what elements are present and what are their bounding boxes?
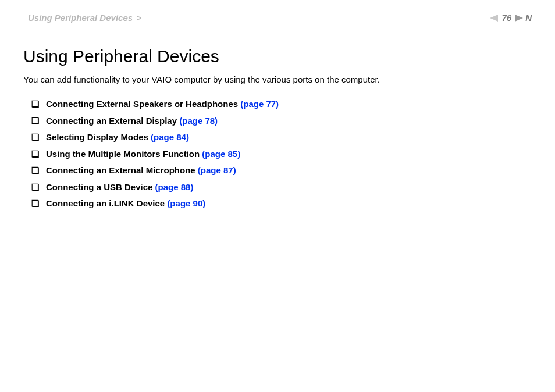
list-item: ❑ Using the Multiple Monitors Function (… (31, 148, 532, 160)
bullet-icon: ❑ (31, 165, 39, 176)
page-navigation: 76 N (490, 13, 532, 23)
list-item-text: Connecting an i.LINK Device (page 90) (46, 198, 205, 209)
item-label: Connecting a USB Device (46, 182, 155, 192)
bullet-icon: ❑ (31, 181, 39, 193)
list-item-text: Selecting Display Modes (page 84) (46, 131, 189, 143)
n-label: N (525, 13, 532, 23)
item-label: Selecting Display Modes (46, 132, 151, 142)
list-item: ❑ Connecting an External Display (page 7… (31, 115, 532, 127)
list-item-text: Connecting an External Microphone (page … (46, 165, 236, 176)
item-label: Connecting an External Microphone (46, 165, 198, 175)
bullet-icon: ❑ (31, 148, 39, 160)
page-ref-link[interactable]: (page 84) (151, 132, 189, 142)
bullet-icon: ❑ (31, 198, 39, 209)
page-ref-link[interactable]: (page 87) (198, 165, 236, 175)
breadcrumb-separator: > (136, 13, 141, 23)
item-label: Connecting an External Display (46, 116, 179, 126)
page-ref-link[interactable]: (page 90) (167, 198, 205, 208)
list-item: ❑ Connecting a USB Device (page 88) (31, 181, 532, 193)
list-item-text: Connecting a USB Device (page 88) (46, 181, 193, 193)
item-label: Connecting External Speakers or Headphon… (46, 99, 240, 109)
list-item-text: Connecting External Speakers or Headphon… (46, 98, 279, 110)
list-item-text: Connecting an External Display (page 78) (46, 115, 218, 127)
svg-marker-1 (515, 15, 523, 22)
list-item: ❑ Connecting External Speakers or Headph… (31, 98, 532, 110)
list-item: ❑ Connecting an External Microphone (pag… (31, 165, 532, 176)
content-area: Using Peripheral Devices You can add fun… (0, 30, 555, 209)
list-item: ❑ Connecting an i.LINK Device (page 90) (31, 198, 532, 209)
list-item: ❑ Selecting Display Modes (page 84) (31, 131, 532, 143)
page-number: 76 (501, 13, 511, 23)
breadcrumb: Using Peripheral Devices > (28, 13, 141, 23)
page-ref-link[interactable]: (page 88) (155, 182, 194, 192)
page-title: Using Peripheral Devices (23, 47, 532, 66)
svg-marker-0 (490, 15, 498, 22)
item-label: Connecting an i.LINK Device (46, 198, 167, 208)
breadcrumb-text: Using Peripheral Devices (28, 13, 133, 23)
topic-list: ❑ Connecting External Speakers or Headph… (23, 98, 532, 209)
item-label: Using the Multiple Monitors Function (46, 149, 202, 159)
list-item-text: Using the Multiple Monitors Function (pa… (46, 148, 240, 160)
bullet-icon: ❑ (31, 98, 39, 110)
page-ref-link[interactable]: (page 78) (179, 116, 218, 126)
page-ref-link[interactable]: (page 77) (240, 99, 279, 109)
bullet-icon: ❑ (31, 131, 39, 143)
intro-text: You can add functionality to your VAIO c… (23, 74, 532, 84)
prev-page-arrow-icon[interactable] (490, 15, 498, 22)
next-page-arrow-icon[interactable] (515, 15, 523, 22)
header: Using Peripheral Devices > 76 N (0, 0, 555, 30)
bullet-icon: ❑ (31, 115, 39, 127)
page-ref-link[interactable]: (page 85) (202, 149, 240, 159)
